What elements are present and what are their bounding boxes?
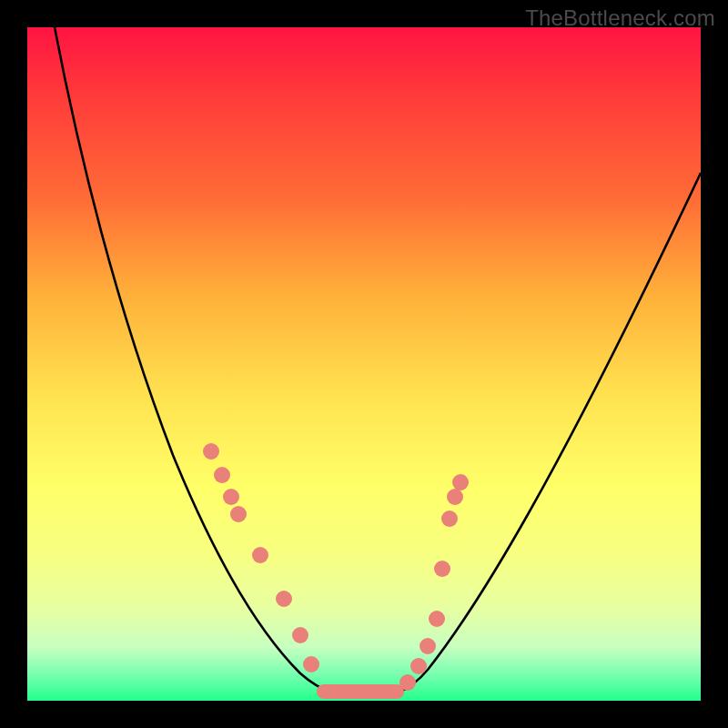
marker-dot [303,656,319,672]
marker-dot [252,547,268,563]
marker-dot [434,561,450,577]
chart-frame: TheBottleneck.com [0,0,728,728]
bottleneck-curve [55,27,701,697]
marker-dot [441,511,458,527]
marker-group [203,443,469,691]
marker-dot [230,506,247,522]
marker-dot [447,489,463,505]
marker-dot [223,489,239,505]
marker-dot [429,611,445,627]
marker-dot [276,591,292,607]
marker-dot [203,443,219,460]
marker-dot [214,467,230,483]
plot-area [27,27,701,701]
marker-dot [292,627,308,643]
marker-dot [399,674,416,691]
highlight-bar [317,684,404,699]
marker-dot [420,638,436,654]
marker-dot [452,474,469,490]
chart-svg [27,27,701,701]
marker-dot [410,658,427,674]
